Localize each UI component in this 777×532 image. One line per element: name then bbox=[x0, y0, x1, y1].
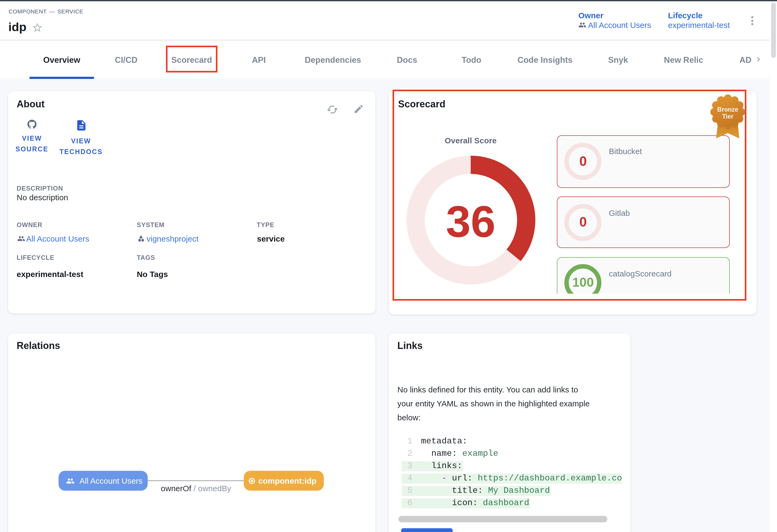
svg-text:Bronze: Bronze bbox=[717, 106, 738, 113]
svg-text:Tier: Tier bbox=[722, 113, 734, 120]
